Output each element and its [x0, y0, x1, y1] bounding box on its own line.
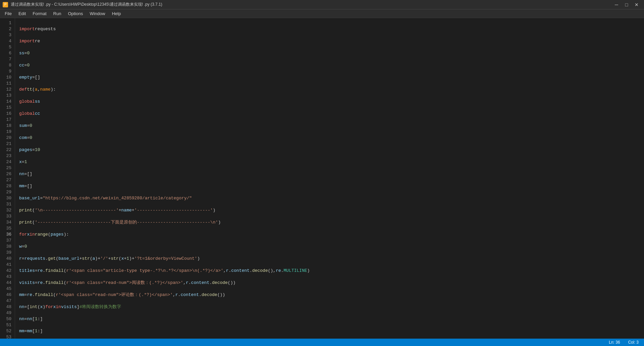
window-title: 通过调函数来实现! .py - C:\Users\HWP\Desktop\123…: [11, 2, 162, 7]
app-icon: P: [3, 2, 8, 7]
menu-file[interactable]: File: [1, 10, 15, 17]
line-numbers: 1 2 3 4 5 6 7 8 9 10 11 12 13 14 15 16 1…: [0, 18, 15, 339]
close-button[interactable]: ✕: [632, 1, 641, 8]
status-bar: Ln: 36 Col: 3: [0, 339, 644, 346]
title-bar: P 通过调函数来实现! .py - C:\Users\HWP\Desktop\1…: [0, 0, 644, 9]
menu-format[interactable]: Format: [29, 10, 50, 17]
menu-bar: File Edit Format Run Options Window Help: [0, 9, 644, 18]
status-col: Col: 3: [628, 340, 639, 345]
menu-window[interactable]: Window: [86, 10, 108, 17]
window-controls: ─ □ ✕: [612, 1, 641, 8]
menu-help[interactable]: Help: [108, 10, 124, 17]
menu-edit[interactable]: Edit: [15, 10, 29, 17]
minimize-button[interactable]: ─: [612, 1, 621, 8]
editor: 1 2 3 4 5 6 7 8 9 10 11 12 13 14 15 16 1…: [0, 18, 644, 339]
code-editor[interactable]: import requests import re ss = 0 cc = 0 …: [15, 18, 644, 339]
menu-options[interactable]: Options: [64, 10, 86, 17]
maximize-button[interactable]: □: [622, 1, 631, 8]
status-line: Ln: 36: [609, 340, 620, 345]
menu-run[interactable]: Run: [50, 10, 65, 17]
